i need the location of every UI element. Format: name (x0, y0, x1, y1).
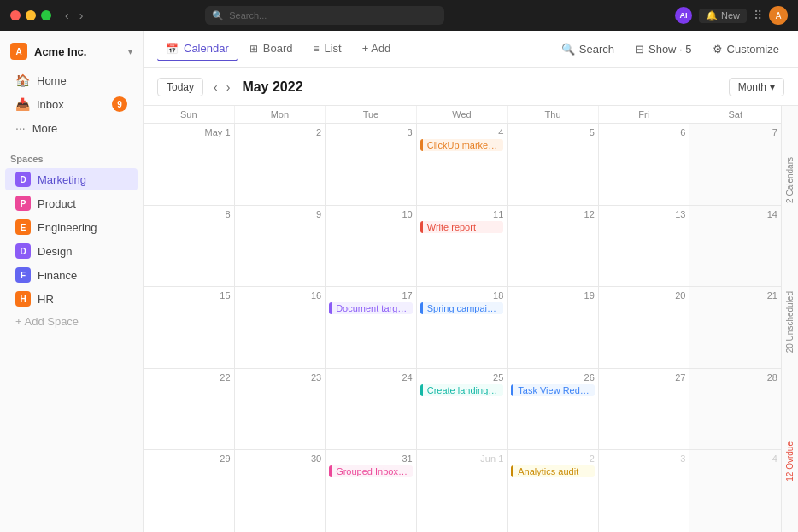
calendar-event[interactable]: Document target users (329, 302, 413, 314)
apps-icon[interactable]: ⠿ (754, 9, 762, 22)
calendar-cell[interactable]: 31Grouped Inbox Comments (326, 450, 417, 532)
unscheduled-label[interactable]: 20 Unscheduled (785, 291, 795, 353)
calendar-cell[interactable]: 26Task View Redesign (508, 369, 599, 450)
forward-button[interactable]: › (76, 7, 87, 24)
window-controls (10, 10, 51, 20)
cell-date: 17 (329, 290, 413, 301)
cell-date: 31 (329, 453, 413, 464)
sidebar-item-home[interactable]: 🏠 Home (5, 69, 138, 91)
calendar-cell[interactable]: 16 (235, 287, 326, 368)
add-view-button[interactable]: + Add (354, 37, 400, 61)
space-item-engineering[interactable]: E Engineering (5, 216, 138, 238)
calendar-cell[interactable]: 27 (599, 369, 690, 450)
calendar-cell[interactable]: 22 (144, 369, 235, 450)
calendar-cell[interactable]: 7 (689, 124, 781, 205)
sidebar-item-inbox[interactable]: 📥 Inbox 9 (5, 92, 138, 116)
show-button[interactable]: ⊟ Show · 5 (630, 39, 697, 59)
sidebar: A Acme Inc. ▾ 🏠 Home 📥 Inbox 9 ··· More … (0, 31, 144, 532)
day-header-fri: Fri (599, 106, 690, 123)
calendar-cell[interactable]: 29 (144, 450, 235, 532)
calendar-cell[interactable]: Jun 1 (417, 450, 508, 532)
tab-board[interactable]: ⊞ Board (241, 37, 302, 61)
add-space-button[interactable]: + Add Space (5, 312, 138, 331)
next-month-button[interactable]: › (223, 79, 234, 96)
calendar-cell[interactable]: 30 (235, 450, 326, 532)
calendar-event[interactable]: Task View Redesign (511, 384, 595, 396)
tab-calendar[interactable]: 📅 Calendar (157, 37, 238, 61)
cell-date: 13 (602, 209, 686, 219)
calendar-cell[interactable]: 28 (689, 369, 781, 450)
calendar-cell[interactable]: 9 (235, 206, 326, 287)
space-item-product[interactable]: P Product (5, 192, 138, 214)
calendar-cell[interactable]: 3 (599, 450, 690, 532)
calendar-cell[interactable]: 2 (235, 124, 326, 205)
calendar-event[interactable]: Create landing page (420, 384, 504, 396)
calendar-cell[interactable]: 10 (326, 206, 417, 287)
space-item-marketing[interactable]: D Marketing (5, 168, 138, 190)
day-header-tue: Tue (326, 106, 417, 123)
workspace-name: Acme Inc. (34, 45, 86, 58)
calendar-cell[interactable]: 19 (508, 287, 599, 368)
nav-arrows: ‹ › (210, 79, 233, 96)
space-item-finance[interactable]: F Finance (5, 264, 138, 286)
calendar-cell[interactable]: 14 (689, 206, 781, 287)
cell-date: 10 (329, 209, 413, 219)
prev-month-button[interactable]: ‹ (210, 79, 221, 96)
workspace-header[interactable]: A Acme Inc. ▾ (0, 38, 143, 65)
ai-badge[interactable]: AI (675, 7, 692, 24)
cell-date: 8 (147, 209, 231, 219)
calendar-cell[interactable]: 15 (144, 287, 235, 368)
calendar-cell[interactable]: 13 (599, 206, 690, 287)
calendar-cell[interactable]: 2Analytics audit (508, 450, 599, 532)
tab-list[interactable]: ≡ List (304, 37, 349, 61)
calendar-cell[interactable]: 11Write report (417, 206, 508, 287)
calendar-cell[interactable]: 24 (326, 369, 417, 450)
search-bar[interactable]: 🔍 Search... (205, 6, 444, 25)
calendar-event[interactable]: Analytics audit (511, 465, 595, 477)
calendars-label[interactable]: 2 Calendars (785, 157, 795, 203)
overdue-label[interactable]: 12 Ovrdue (785, 441, 795, 482)
sidebar-item-more[interactable]: ··· More (5, 117, 138, 139)
calendar-cell[interactable]: 12 (508, 206, 599, 287)
search-button[interactable]: 🔍 Search (556, 39, 619, 59)
calendar-cell[interactable]: 23 (235, 369, 326, 450)
calendar-event[interactable]: Spring campaign image assets (420, 302, 504, 314)
minimize-dot[interactable] (26, 10, 36, 20)
calendar-cell[interactable]: 4 (689, 450, 781, 532)
close-dot[interactable] (10, 10, 21, 20)
month-view-button[interactable]: Month ▾ (729, 78, 784, 96)
add-space-label: + Add Space (15, 315, 79, 328)
avatar[interactable]: A (769, 6, 788, 25)
calendar-cell[interactable]: 18Spring campaign image assets (417, 287, 508, 368)
product-dot: P (15, 196, 31, 211)
calendar-cell[interactable]: 3 (326, 124, 417, 205)
chevron-down-icon: ▾ (128, 47, 132, 56)
calendar-event[interactable]: Grouped Inbox Comments (329, 465, 413, 477)
space-item-hr[interactable]: H HR (5, 288, 138, 310)
cell-date: 23 (238, 372, 322, 383)
cell-date: 16 (238, 290, 322, 301)
inbox-icon: 📥 (15, 97, 30, 111)
calendar-cell[interactable]: 4ClickUp marketing plan (417, 124, 508, 205)
maximize-dot[interactable] (41, 10, 51, 20)
finance-label: Finance (38, 269, 77, 282)
calendar-cell[interactable]: 20 (599, 287, 690, 368)
calendar-cell[interactable]: 8 (144, 206, 235, 287)
calendar-event[interactable]: ClickUp marketing plan (420, 139, 504, 151)
cell-date: 20 (602, 290, 686, 301)
calendar-cell[interactable]: 17Document target users (326, 287, 417, 368)
customize-button[interactable]: ⚙ Customize (707, 39, 784, 59)
back-button[interactable]: ‹ (62, 7, 73, 24)
more-label: More (32, 122, 58, 135)
space-item-design[interactable]: D Design (5, 240, 138, 262)
calendar-cell[interactable]: 25Create landing page (417, 369, 508, 450)
calendar-cell[interactable]: 5 (508, 124, 599, 205)
new-button[interactable]: 🔔 New (699, 9, 747, 23)
calendar-cell[interactable]: 21 (689, 287, 781, 368)
calendar-cell[interactable]: May 1 (144, 124, 235, 205)
today-button[interactable]: Today (157, 78, 203, 96)
calendar-event[interactable]: Write report (420, 221, 504, 233)
calendar-cell[interactable]: 6 (599, 124, 690, 205)
cell-date: 19 (511, 290, 595, 301)
cell-date: 15 (147, 290, 231, 301)
